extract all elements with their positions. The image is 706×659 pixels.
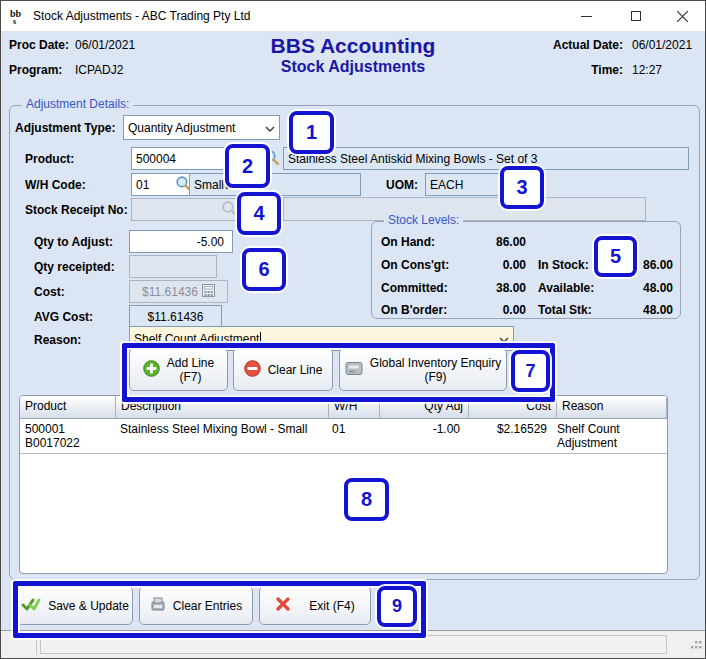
callout-rect-9: [13, 581, 426, 638]
chevron-down-icon: [265, 121, 275, 135]
total-stk-value: 48.00: [605, 303, 673, 317]
actual-date-label: Actual Date:: [541, 38, 623, 52]
callout-8: 8: [344, 478, 389, 521]
callout-2: 2: [225, 144, 270, 188]
maximize-button[interactable]: [613, 1, 659, 31]
callout-5: 5: [594, 236, 637, 277]
maximize-icon: [631, 11, 641, 21]
product-label: Product:: [25, 152, 74, 166]
available-label: Available:: [538, 281, 594, 295]
qty-to-adjust-value: -5.00: [197, 235, 224, 249]
minimize-button[interactable]: [563, 1, 609, 31]
uom-value: EACH: [430, 178, 463, 192]
wh-code-label: W/H Code:: [25, 178, 86, 192]
stock-receipt-description-field: [283, 197, 646, 221]
committed-value: 38.00: [458, 281, 526, 295]
cost-input: $11.61436: [129, 280, 228, 303]
wh-code-input[interactable]: 01: [131, 173, 195, 196]
callout-rect-7: [122, 343, 555, 402]
col-header-reason[interactable]: Reason: [557, 396, 667, 418]
cost-label: Cost:: [34, 285, 65, 299]
qty-receipted-label: Qty receipted:: [34, 260, 115, 274]
uom-label: UOM:: [386, 178, 418, 192]
avg-cost-label: AVG Cost:: [34, 310, 93, 324]
time-label: Time:: [541, 63, 623, 77]
callout-7: 7: [511, 350, 550, 392]
callout-3: 3: [500, 166, 544, 209]
uom-field: EACH: [425, 173, 501, 196]
committed-label: Committed:: [381, 281, 448, 295]
actual-date-value: 06/01/2021: [632, 38, 692, 52]
qty-receipted-input: [129, 255, 217, 278]
in-stock-label: In Stock:: [538, 258, 589, 272]
callout-4: 4: [237, 192, 281, 235]
cell-cost: $2.16529: [465, 419, 552, 439]
stock-receipt-input: [131, 198, 241, 221]
col-header-product[interactable]: Product: [20, 396, 116, 418]
cell-description: Stainless Steel Mixing Bowl - Small: [115, 419, 327, 439]
on-consgt-label: On Cons'gt:: [381, 258, 449, 272]
cell-batch: B0017022: [25, 436, 110, 450]
calculator-icon: [202, 284, 215, 300]
cell-wh: 01: [327, 419, 377, 439]
stock-receipt-search-icon: [221, 200, 238, 220]
qty-to-adjust-input[interactable]: -5.00: [129, 230, 233, 253]
avg-cost-field: $11.61436: [129, 305, 222, 328]
adjustment-details-group-label: Adjustment Details:: [22, 97, 133, 111]
callout-9: 9: [377, 586, 417, 627]
cell-product: 500001 B0017022: [20, 419, 115, 453]
svg-text:s: s: [13, 17, 16, 25]
on-border-label: On B'order:: [381, 303, 447, 317]
qty-to-adjust-label: Qty to Adjust:: [34, 235, 113, 249]
close-icon: [677, 11, 688, 22]
adjustment-type-label: Adjustment Type:: [15, 121, 115, 135]
on-border-value: 0.00: [458, 303, 526, 317]
stock-receipt-label: Stock Receipt No:: [25, 203, 128, 217]
cost-value: $11.61436: [142, 285, 198, 299]
cell-product-code: 500001: [25, 422, 110, 436]
available-value: 48.00: [605, 281, 673, 295]
avg-cost-value: $11.61436: [148, 310, 204, 324]
app-window: bb s Stock Adjustments - ABC Trading Pty…: [0, 0, 706, 659]
adjustment-type-value: Quantity Adjustment: [128, 121, 235, 135]
wh-code-value: 01: [136, 178, 149, 192]
product-description-field: Stainless Steel Antiskid Mixing Bowls - …: [283, 147, 689, 170]
table-row[interactable]: 500001 B0017022 Stainless Steel Mixing B…: [20, 419, 667, 454]
time-value: 12:27: [632, 63, 662, 77]
on-hand-label: On Hand:: [381, 235, 435, 249]
product-code-value: 500004: [136, 152, 176, 166]
title-bar: bb s Stock Adjustments - ABC Trading Pty…: [1, 1, 705, 32]
stock-levels-group-label: Stock Levels:: [384, 213, 463, 227]
on-hand-value: 86.00: [458, 235, 526, 249]
adjustment-type-select[interactable]: Quantity Adjustment: [123, 115, 280, 140]
callout-1: 1: [289, 111, 334, 154]
resize-grip-icon[interactable]: [690, 641, 702, 655]
callout-6: 6: [242, 248, 286, 291]
close-button[interactable]: [659, 1, 705, 31]
reason-label: Reason:: [34, 333, 81, 347]
minimize-icon: [581, 11, 592, 22]
total-stk-label: Total Stk:: [538, 303, 592, 317]
cell-qty-adj: -1.00: [377, 419, 465, 439]
window-title: Stock Adjustments - ABC Trading Pty Ltd: [33, 1, 250, 31]
on-consgt-value: 0.00: [458, 258, 526, 272]
cell-reason: Shelf Count Adjustment: [552, 419, 667, 453]
app-logo-icon: bb s: [9, 7, 27, 25]
